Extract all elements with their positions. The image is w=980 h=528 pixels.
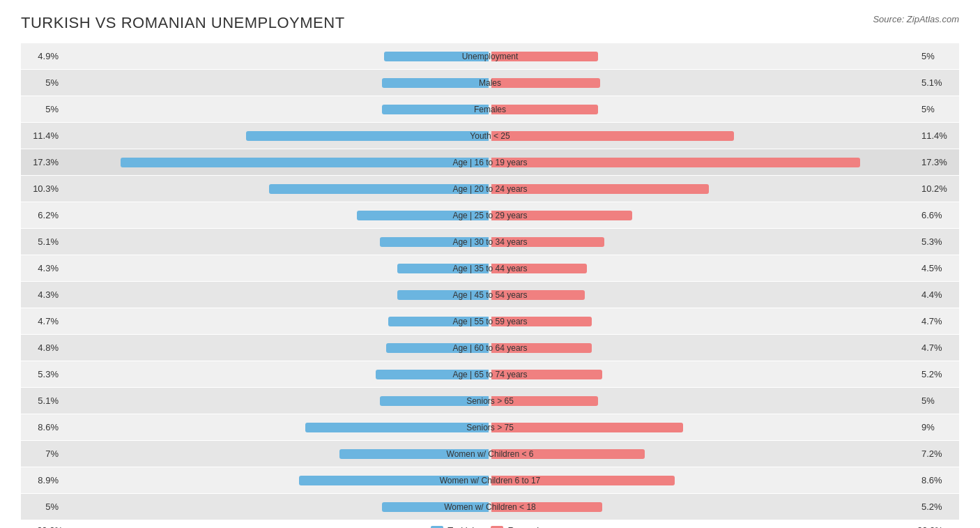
bar-romanian [491,158,860,167]
bar-turkish [382,105,489,114]
bar-turkish [121,158,489,167]
right-value: 7.2% [917,448,959,459]
left-value: 7% [21,448,63,459]
dual-bars: Females [63,96,917,122]
legend-turkish-label: Turkish [447,525,477,528]
right-value: 5.3% [917,236,959,247]
chart-header: TURKISH VS ROMANIAN UNEMPLOYMENT Source:… [21,14,959,32]
chart-row: 4.7%Age | 55 to 59 years4.7% [21,308,959,334]
chart-row: 5%Males5.1% [21,70,959,96]
bar-romanian [491,502,602,512]
dual-bars: Seniors > 65 [63,388,917,414]
bar-turkish [299,476,489,485]
bar-turkish [384,52,489,61]
chart-row: 7%Women w/ Children < 67.2% [21,441,959,467]
bar-romanian [491,78,600,88]
chart-row: 4.3%Age | 45 to 54 years4.4% [21,282,959,308]
left-value: 8.9% [21,475,63,485]
axis-label-left: 20.0% [21,525,63,528]
left-value: 4.3% [21,289,63,300]
dual-bars: Seniors > 75 [63,414,917,440]
bar-romanian [491,290,585,300]
right-value: 4.4% [917,289,959,300]
dual-bars: Age | 45 to 54 years [63,282,917,308]
bar-turkish [357,211,489,220]
bar-romanian [491,131,734,141]
left-value: 5% [21,77,63,88]
legend-turkish-box [431,526,443,529]
bar-turkish [382,78,489,88]
dual-bars: Unemployment [63,43,917,69]
legend-romanian-box [491,526,503,529]
bar-turkish [388,317,489,326]
bar-romanian [491,211,632,220]
bar-romanian [491,449,645,459]
chart-title: TURKISH VS ROMANIAN UNEMPLOYMENT [21,14,345,32]
chart-row: 4.3%Age | 35 to 44 years4.5% [21,255,959,281]
chart-row: 4.8%Age | 60 to 64 years4.7% [21,335,959,361]
chart-body: 4.9%Unemployment5%5%Males5.1%5%Females5%… [21,43,959,520]
dual-bars: Youth < 25 [63,123,917,149]
bar-romanian [491,343,592,353]
right-value: 5.2% [917,369,959,379]
bar-turkish [376,370,489,379]
chart-row: 5.1%Age | 30 to 34 years5.3% [21,229,959,255]
dual-bars: Women w/ Children < 18 [63,494,917,520]
left-value: 4.7% [21,316,63,326]
dual-bars: Women w/ Children < 6 [63,441,917,467]
bar-turkish [269,184,489,194]
left-value: 5% [21,104,63,114]
bar-turkish [305,423,489,432]
left-value: 4.3% [21,263,63,273]
bar-turkish [246,131,489,141]
right-value: 4.7% [917,316,959,326]
bar-romanian [491,423,683,432]
right-value: 11.4% [917,130,959,141]
chart-row: 8.9%Women w/ Children 6 to 178.6% [21,467,959,493]
bar-romanian [491,184,709,194]
legend: Turkish Romanian [63,525,917,528]
left-value: 5.1% [21,395,63,406]
axis-label-right: 20.0% [917,525,959,528]
dual-bars: Males [63,70,917,96]
left-value: 5.1% [21,236,63,247]
bar-turkish [380,396,489,406]
legend-romanian: Romanian [491,525,549,528]
bar-turkish [397,290,489,300]
bar-romanian [491,370,602,379]
dual-bars: Age | 65 to 74 years [63,361,917,387]
chart-source: Source: ZipAtlas.com [873,14,959,24]
chart-row: 10.3%Age | 20 to 24 years10.2% [21,176,959,202]
dual-bars: Age | 25 to 29 years [63,202,917,228]
right-value: 4.7% [917,342,959,353]
left-value: 8.6% [21,422,63,432]
chart-row: 5%Females5% [21,96,959,122]
legend-turkish: Turkish [431,525,477,528]
dual-bars: Women w/ Children 6 to 17 [63,467,917,493]
chart-row: 4.9%Unemployment5% [21,43,959,69]
chart-row: 5.3%Age | 65 to 74 years5.2% [21,361,959,387]
bar-romanian [491,52,598,61]
left-value: 4.8% [21,342,63,353]
left-value: 4.9% [21,51,63,61]
legend-romanian-label: Romanian [507,525,549,528]
right-value: 4.5% [917,263,959,273]
right-value: 5% [917,51,959,61]
right-value: 5.1% [917,77,959,88]
bar-turkish [339,449,489,459]
chart-row: 11.4%Youth < 2511.4% [21,123,959,149]
chart-footer: 20.0% Turkish Romanian 20.0% [21,525,959,528]
bar-romanian [491,105,598,114]
left-value: 10.3% [21,183,63,194]
left-value: 5.3% [21,369,63,379]
bar-turkish [382,502,489,512]
chart-row: 17.3%Age | 16 to 19 years17.3% [21,149,959,175]
bar-turkish [380,237,489,247]
right-value: 6.6% [917,210,959,220]
left-value: 5% [21,501,63,512]
dual-bars: Age | 60 to 64 years [63,335,917,361]
left-value: 17.3% [21,157,63,167]
bar-romanian [491,476,675,485]
bar-turkish [397,264,489,273]
right-value: 9% [917,422,959,432]
